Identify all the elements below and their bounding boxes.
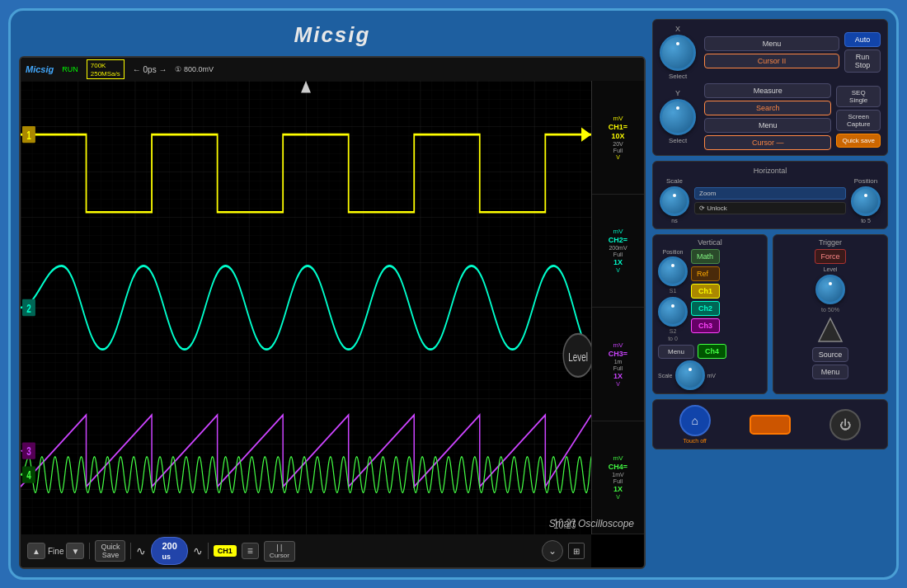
math-button[interactable]: Math <box>691 249 720 264</box>
svg-text:1: 1 <box>26 129 31 142</box>
screen-header: Micsig RUN 700K 250MSa/s ← 0ps → ① 800.0… <box>21 58 644 81</box>
ch3-mode: Full <box>613 365 623 371</box>
to50-label: to 50% <box>821 307 839 313</box>
separator-3 <box>208 543 209 559</box>
measure-button[interactable]: Measure <box>704 83 831 98</box>
ch2-mv: mV <box>613 228 623 235</box>
vertical-section: Vertical Position S1 S2 to 0 Math Ref Ch… <box>652 234 768 394</box>
quick-save-ctrl-button[interactable]: Quick save <box>836 134 881 148</box>
position-v-label: Position <box>663 249 684 255</box>
ch1-mv: mV <box>613 115 623 122</box>
xy-row-1: X Select Menu Cursor II Auto Run Stop <box>660 25 881 80</box>
svg-marker-20 <box>819 318 842 341</box>
ch3-vdiv: 1m <box>614 359 623 365</box>
horizontal-title: Horizontal <box>660 167 881 175</box>
svg-text:Level: Level <box>568 350 588 364</box>
expand-button[interactable]: ⌄ <box>542 540 563 562</box>
v-position-knob[interactable] <box>658 256 688 286</box>
time-offset-arrows: ← 0ps → <box>133 65 167 74</box>
cursor-1-label: Cursor <box>270 552 289 559</box>
cursor-menu-button[interactable]: ≡ <box>242 543 259 559</box>
trigger-shape <box>815 315 845 345</box>
mv-label: mV <box>707 373 717 379</box>
ch4-mode: Full <box>613 478 623 484</box>
ch3-label: CH3= <box>609 350 627 358</box>
x-knob[interactable] <box>660 35 696 71</box>
run-stop-button[interactable]: Run Stop <box>844 49 881 73</box>
ch4-button[interactable]: Ch4 <box>698 344 726 359</box>
trigger-level-knob[interactable] <box>815 275 845 304</box>
horizontal-section: Horizontal Scale ns Zoom ⟳ Unlock Positi… <box>652 161 888 229</box>
run-status: RUN <box>62 65 78 73</box>
h-position-knob[interactable] <box>851 186 881 216</box>
svg-text:4: 4 <box>26 469 31 482</box>
ch1-v: V <box>616 154 620 160</box>
wave-symbol-2: ∿ <box>193 544 203 557</box>
scale-h-label: Scale <box>666 177 683 185</box>
h-scale-knob[interactable] <box>660 186 689 216</box>
time-button[interactable]: 200 us <box>151 537 187 565</box>
ch3-info: mV CH3= 1m Full 1X V <box>592 308 644 421</box>
ch1-info: mV CH1= 10X 20V Full V <box>592 81 644 195</box>
select-label-y: Select <box>669 137 687 144</box>
quick-save-button[interactable]: Quick Save <box>95 540 125 562</box>
ch4-label: CH4= <box>609 463 627 471</box>
v-position-knob-2[interactable] <box>658 297 688 327</box>
menu-v-button[interactable]: Menu <box>658 345 694 359</box>
cursor-button-1[interactable]: | | Cursor <box>264 541 295 562</box>
svg-text:3: 3 <box>26 445 31 459</box>
force-button[interactable]: Force <box>815 249 845 264</box>
ch1-indicator[interactable]: CH1 <box>214 545 237 557</box>
time-unit: us <box>162 553 171 561</box>
cursor-ii-button[interactable]: Cursor II <box>704 54 839 68</box>
ref-button[interactable]: Ref <box>691 266 720 281</box>
level-t-label: Level <box>824 266 838 272</box>
unlock-button[interactable]: ⟳ Unlock <box>694 202 846 214</box>
ch2-gain: 1X <box>613 258 623 266</box>
ch2-button[interactable]: Ch2 <box>691 301 720 316</box>
fine-down-button[interactable]: ▼ <box>66 543 84 559</box>
ch1-mode: Full <box>613 148 623 153</box>
time-value: 200 <box>162 541 176 551</box>
xy-row-2: Y Select Measure Search Menu Cursor — SE… <box>660 83 881 150</box>
app-title: Micsig <box>19 19 646 51</box>
cursor-label-2: Cursor — <box>704 135 831 150</box>
svg-rect-2 <box>21 81 591 534</box>
separator-2 <box>130 543 131 559</box>
search-label: Search <box>704 101 831 115</box>
home-button[interactable]: ⌂ <box>679 405 711 436</box>
menu-t-button[interactable]: Menu <box>812 365 848 379</box>
grid-button[interactable]: ⊞ <box>568 543 585 559</box>
fine-up-button[interactable]: ▲ <box>27 543 45 559</box>
x-label: X <box>675 25 680 33</box>
y-knob[interactable] <box>660 99 696 135</box>
ch1-gain: 10X <box>611 132 624 140</box>
ch3-button[interactable]: Ch3 <box>691 318 720 333</box>
menu-button-2[interactable]: Menu <box>704 118 831 133</box>
smart-oscilloscope-label: Smart Oscilloscope <box>549 518 634 529</box>
y-label: Y <box>675 89 680 97</box>
v-scale-knob[interactable] <box>675 360 705 390</box>
to0-label: to 0 <box>668 336 678 341</box>
screen-section: Micsig Micsig RUN 700K 250MSa/s ← 0ps → … <box>19 19 646 569</box>
ch1-button[interactable]: Ch1 <box>691 284 720 299</box>
auto-button[interactable]: Auto <box>844 32 881 47</box>
source-button[interactable]: Source <box>812 347 848 362</box>
screen-capture-button[interactable]: Screen Capture <box>836 110 881 131</box>
zoom-button[interactable]: Zoom <box>694 187 846 200</box>
ch4-v: V <box>616 494 620 500</box>
waveform-display: 1 2 3 4 Level 10:23 <box>21 81 591 534</box>
ns-label: ns <box>671 218 677 223</box>
ch2-info: mV CH2= 200mV Full 1X V <box>592 195 644 308</box>
fine-label: Fine <box>48 547 63 556</box>
menu-button[interactable]: Menu <box>704 36 839 51</box>
seq-single-button[interactable]: SEQ Single <box>836 86 881 107</box>
trigger-section: Trigger Force Level to 50% Source Menu <box>773 234 888 394</box>
orange-button[interactable] <box>750 415 791 435</box>
fine-controls: ▲ Fine ▼ <box>27 543 84 559</box>
power-button[interactable]: ⏻ <box>829 409 861 440</box>
s1-label: S1 <box>670 288 677 294</box>
s2-label: S2 <box>670 328 677 334</box>
screen-bottom-bar: ▲ Fine ▼ Quick Save ∿ 200 us ∿ <box>21 534 591 567</box>
position-h-label: Position <box>854 177 877 185</box>
